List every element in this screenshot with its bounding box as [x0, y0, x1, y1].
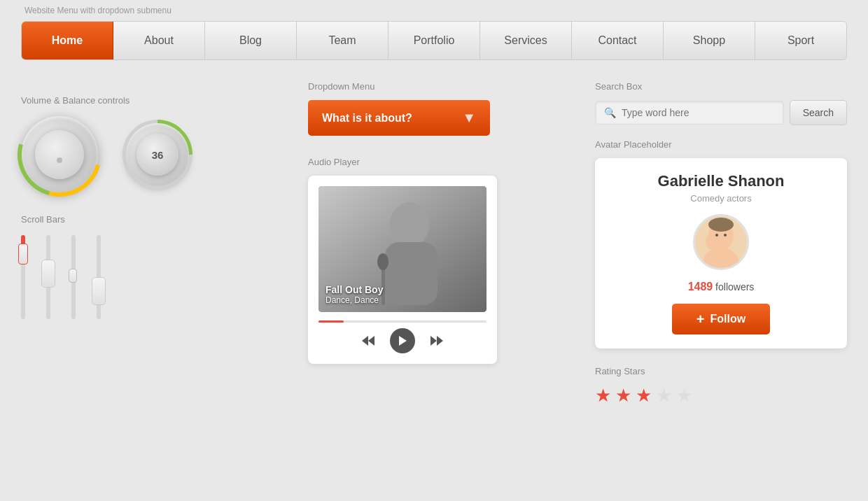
svg-marker-8 — [399, 336, 407, 346]
search-input-wrap: 🔍 — [595, 101, 784, 125]
scrollbar-4[interactable] — [97, 235, 101, 326]
player-progress-fill — [318, 320, 344, 323]
player-forward-button[interactable] — [429, 333, 444, 348]
player-image: Fall Out Boy Dance, Dance — [318, 186, 486, 312]
followers-label-text: followers — [715, 281, 754, 292]
svg-point-2 — [390, 202, 429, 247]
balance-ring — [108, 105, 206, 204]
svg-marker-9 — [430, 336, 437, 346]
dropdown-button-label: What is it about? — [322, 112, 412, 125]
nav-item-blog[interactable]: Blog — [205, 22, 297, 59]
player-progress-bar[interactable] — [318, 320, 486, 323]
page-title: Website Menu with dropdown submenu — [0, 0, 868, 21]
search-input[interactable] — [622, 107, 775, 118]
search-box-section: Search Box 🔍 Search — [595, 81, 847, 125]
svg-point-5 — [377, 253, 388, 270]
scrollbar-2[interactable] — [46, 235, 50, 326]
volume-ring — [2, 97, 117, 212]
scrollbar-track-2 — [46, 235, 50, 319]
avatar-card: Gabrielle Shanon Comedy actors — [595, 158, 847, 348]
dropdown-section: Dropdown Menu What is it about? ▼ — [308, 81, 574, 136]
search-icon: 🔍 — [604, 107, 616, 118]
svg-marker-10 — [437, 336, 443, 346]
audio-player-section: Audio Player — [308, 157, 574, 364]
audio-player: Fall Out Boy Dance, Dance — [308, 176, 497, 364]
dropdown-arrow-icon: ▼ — [462, 110, 476, 126]
search-box-label: Search Box — [595, 81, 847, 92]
scrollbar-track-1 — [21, 235, 25, 319]
volume-knob[interactable] — [21, 116, 98, 193]
avatar-name: Gabrielle Shanon — [609, 172, 833, 190]
mid-column: Dropdown Menu What is it about? ▼ Audio … — [308, 81, 574, 407]
controls-section: Volume & Balance controls 36 — [21, 95, 287, 193]
svg-marker-7 — [368, 336, 374, 346]
svg-point-16 — [715, 234, 718, 237]
nav-item-contact[interactable]: Contact — [572, 22, 664, 59]
svg-point-14 — [708, 218, 734, 232]
scrollbar-track-4 — [97, 235, 101, 319]
scrollbars-label: Scroll Bars — [21, 214, 287, 225]
dropdown-button[interactable]: What is it about? ▼ — [308, 100, 490, 136]
svg-point-17 — [724, 234, 727, 237]
controls-label: Volume & Balance controls — [21, 95, 287, 106]
scrollbar-thumb-2[interactable] — [41, 260, 55, 288]
nav-item-team[interactable]: Team — [297, 22, 388, 59]
svg-marker-6 — [362, 336, 368, 346]
scrollbar-thumb-4[interactable] — [92, 277, 106, 305]
rewind-icon — [360, 333, 376, 348]
rating-label: Rating Stars — [595, 366, 847, 376]
avatar-image — [695, 216, 747, 268]
player-rewind-button[interactable] — [360, 333, 376, 348]
search-button[interactable]: Search — [790, 100, 847, 125]
avatar-role: Comedy actors — [609, 193, 833, 204]
scrollbars-section: Scroll Bars — [21, 214, 287, 333]
star-3[interactable]: ★ — [636, 385, 652, 407]
scrollbar-3[interactable] — [71, 235, 76, 326]
scrollbar-track-3 — [71, 235, 76, 319]
star-2[interactable]: ★ — [615, 385, 631, 407]
scrollbar-1[interactable] — [21, 235, 25, 326]
followers-count: 1489 followers — [609, 281, 833, 293]
followers-number: 1489 — [688, 281, 713, 292]
nav-item-shopp[interactable]: Shopp — [664, 22, 755, 59]
player-controls — [318, 328, 486, 353]
rating-section: Rating Stars ★ ★ ★ ★ ★ — [595, 366, 847, 407]
follow-button-label: Follow — [710, 313, 746, 325]
nav-item-home[interactable]: Home — [22, 22, 113, 59]
player-song-artist: Dance, Dance — [326, 295, 383, 305]
stars-row: ★ ★ ★ ★ ★ — [595, 385, 847, 407]
dropdown-label: Dropdown Menu — [308, 81, 574, 92]
follow-button[interactable]: + Follow — [672, 304, 770, 334]
player-song-title: Fall Out Boy — [326, 284, 383, 295]
player-text-overlay: Fall Out Boy Dance, Dance — [326, 284, 383, 305]
avatar-section: Avatar Placeholder Gabrielle Shanon Come… — [595, 139, 847, 348]
star-4[interactable]: ★ — [656, 385, 672, 407]
nav-item-about[interactable]: About — [113, 22, 205, 59]
forward-icon — [429, 333, 444, 348]
audio-player-label: Audio Player — [308, 157, 574, 167]
nav-bar: Home About Blog Team Portfolio Services … — [21, 21, 847, 60]
knobs-row: 36 — [21, 116, 287, 193]
svg-rect-3 — [385, 242, 438, 305]
scrollbars-row — [21, 235, 287, 333]
right-column: Search Box 🔍 Search Avatar Placeholder G… — [595, 81, 847, 407]
avatar-section-label: Avatar Placeholder — [595, 139, 847, 150]
player-play-button[interactable] — [390, 328, 415, 353]
left-column: Volume & Balance controls 36 — [21, 81, 287, 407]
follow-plus-icon: + — [696, 312, 705, 326]
main-content: Volume & Balance controls 36 — [21, 81, 847, 407]
balance-knob[interactable]: 36 — [126, 123, 189, 186]
star-5[interactable]: ★ — [676, 385, 692, 407]
play-icon — [398, 335, 407, 346]
nav-item-portfolio[interactable]: Portfolio — [388, 22, 480, 59]
nav-item-sport[interactable]: Sport — [755, 22, 846, 59]
star-1[interactable]: ★ — [595, 385, 611, 407]
scrollbar-thumb-3[interactable] — [69, 269, 77, 283]
search-row: 🔍 Search — [595, 100, 847, 125]
nav-item-services[interactable]: Services — [480, 22, 572, 59]
avatar — [693, 214, 749, 270]
scrollbar-thumb-1[interactable] — [18, 244, 28, 264]
